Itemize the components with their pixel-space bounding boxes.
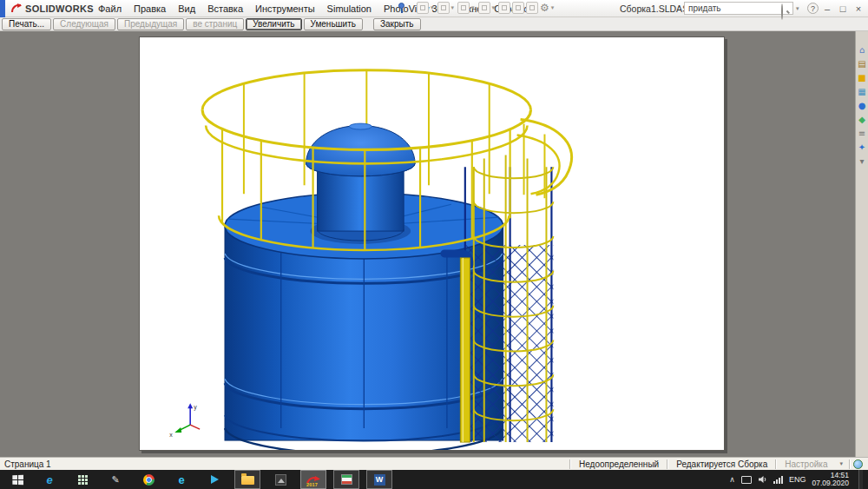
folder-icon: [241, 476, 254, 485]
search-caret-icon[interactable]: ▾: [796, 5, 799, 12]
word-icon: W: [374, 474, 385, 486]
tray-volume-icon[interactable]: [758, 475, 767, 484]
search-input[interactable]: [688, 3, 781, 13]
settings-caret-icon[interactable]: ▾: [834, 460, 848, 467]
file-explorer-icon[interactable]: ■: [857, 73, 867, 83]
titlebar: SOLIDWORKS Файл Правка Вид Вставка Инстр…: [0, 0, 868, 17]
taskbar-edge[interactable]: e: [168, 470, 194, 489]
maximize-button[interactable]: □: [835, 0, 851, 17]
windows-logo-icon: [12, 474, 23, 484]
taskbar-clock[interactable]: 14:51 07.09.2020: [812, 472, 849, 487]
save-icon[interactable]: [457, 2, 470, 14]
constraint-state: Недоопределенный: [572, 459, 666, 469]
taskbar-media-player[interactable]: [201, 470, 227, 489]
design-library-icon[interactable]: ▤: [857, 59, 867, 69]
help-button[interactable]: ?: [807, 3, 819, 14]
show-desktop-button[interactable]: [858, 470, 863, 489]
play-icon: [211, 475, 219, 484]
assembly-model: y x: [140, 37, 724, 450]
taskbar-chrome[interactable]: [135, 470, 161, 489]
appearances-icon[interactable]: ●: [857, 101, 867, 111]
custom-properties-icon[interactable]: ≡: [857, 129, 867, 139]
taskbar-cad-app[interactable]: [333, 470, 359, 489]
taskbar-photos[interactable]: [267, 470, 293, 489]
caret-down-icon[interactable]: ▾: [551, 4, 555, 11]
search-icon-circle: [781, 3, 783, 20]
close-preview-button[interactable]: Закрыть: [373, 18, 421, 30]
caret-down-icon[interactable]: ▾: [451, 4, 455, 11]
solidworks-logo-text: SOLIDWORKS: [25, 3, 94, 14]
edit-mode: Редактируется Сборка: [669, 459, 774, 469]
web-globe-icon[interactable]: [853, 459, 863, 469]
start-button[interactable]: [3, 470, 31, 489]
solidworks-app-icon: 2017: [306, 472, 321, 487]
decals-icon[interactable]: ◆: [857, 115, 867, 125]
pin-stem: [401, 9, 403, 13]
tray-monitor-icon[interactable]: [741, 476, 752, 484]
select-icon[interactable]: [526, 2, 538, 14]
undo-icon[interactable]: [498, 2, 510, 14]
settings-label[interactable]: Настройка: [778, 459, 834, 469]
statusbar-separator: [775, 459, 777, 469]
caret-down-icon[interactable]: ▾: [471, 4, 475, 11]
ladder-cage: [462, 155, 554, 442]
status-bar: Страница 1 Недоопределенный Редактируетс…: [0, 457, 868, 470]
statusbar-separator: [569, 459, 571, 469]
menu-insert[interactable]: Вставка: [201, 0, 249, 17]
taskbar-file-explorer[interactable]: [234, 470, 260, 489]
taskbar-word[interactable]: W: [366, 470, 392, 489]
photos-icon: [275, 474, 286, 486]
statusbar-separator: [667, 459, 668, 469]
search-box: [684, 2, 793, 15]
pencil-icon: ✎: [111, 474, 119, 486]
solidworks-logo-icon: [10, 3, 23, 15]
resources-icon[interactable]: ⌂: [857, 45, 867, 56]
taskbar-notes[interactable]: ✎: [102, 470, 128, 489]
zoom-out-button[interactable]: Уменьшить: [304, 18, 363, 30]
pane-pin-icon[interactable]: ▾: [857, 156, 867, 167]
close-button[interactable]: ×: [851, 0, 866, 17]
task-pane-strip: ⌂ ▤ ■ ▦ ● ◆ ≡ ✦ ▾: [855, 31, 868, 457]
search-icon[interactable]: [781, 4, 790, 13]
menu-view[interactable]: Вид: [172, 0, 201, 17]
clock-date: 07.09.2020: [812, 479, 849, 487]
system-tray: ∧ ENG 14:51 07.09.2020: [729, 470, 868, 489]
minimize-button[interactable]: –: [819, 0, 835, 17]
menu-tools[interactable]: Инструменты: [249, 0, 321, 17]
solidworks-year-label: 2017: [306, 482, 318, 487]
prev-page-button[interactable]: Предыдущая: [117, 18, 184, 30]
taskbar: e ✎ e 2017 W ∧: [0, 470, 868, 489]
menu-edit[interactable]: Правка: [128, 0, 172, 17]
tray-chevron-icon[interactable]: ∧: [729, 475, 735, 484]
caret-down-icon[interactable]: ▾: [431, 4, 434, 11]
search-icon-tail: [786, 10, 790, 14]
preview-page: y x: [139, 36, 725, 451]
language-indicator[interactable]: ENG: [789, 475, 806, 484]
view-palette-icon[interactable]: ▦: [857, 87, 867, 97]
caret-down-icon[interactable]: ▾: [492, 4, 496, 11]
pin-head: [398, 3, 404, 9]
next-page-button[interactable]: Следующая: [53, 18, 115, 30]
zoom-in-button[interactable]: Увеличить: [246, 18, 301, 30]
options-gear-icon[interactable]: ⚙: [540, 2, 549, 14]
redo-icon[interactable]: [512, 2, 524, 14]
taskbar-solidworks[interactable]: 2017: [300, 470, 326, 489]
forum-icon[interactable]: ✦: [857, 142, 867, 153]
print-icon[interactable]: [478, 2, 490, 14]
taskbar-ie[interactable]: e: [36, 470, 62, 489]
pin-menu-icon[interactable]: [398, 3, 404, 13]
triad-y-label: y: [194, 404, 197, 411]
preview-canvas: y x: [0, 31, 855, 457]
taskbar-apps-grid[interactable]: [69, 470, 95, 489]
quick-access-toolbar: ▾ ▾ ▾ ▾ ⚙ ▾: [417, 2, 556, 14]
menu-file[interactable]: Файл: [92, 0, 128, 17]
menu-simulation[interactable]: Simulation: [321, 0, 378, 17]
statusbar-separator: [849, 459, 851, 469]
print-button[interactable]: Печать...: [2, 18, 51, 30]
tray-network-icon[interactable]: [773, 476, 783, 484]
apps-grid-icon: [78, 475, 88, 485]
open-document-icon[interactable]: [437, 2, 450, 14]
triad-x-label: x: [169, 432, 173, 438]
two-pages-button[interactable]: ве страниц: [186, 18, 244, 30]
new-document-icon[interactable]: [417, 2, 429, 14]
